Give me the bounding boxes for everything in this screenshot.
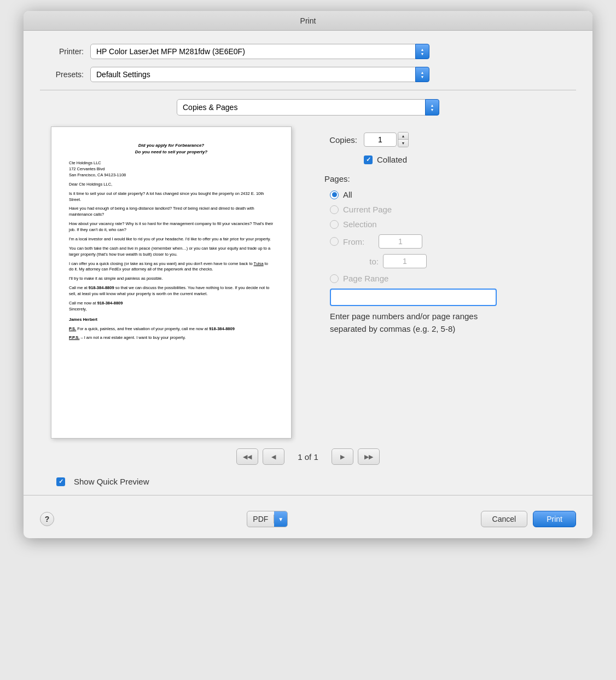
- radio-all-row: All: [330, 190, 565, 199]
- dialog-content: Printer: HP Color LaserJet MFP M281fdw (…: [24, 31, 592, 495]
- top-divider: [40, 90, 576, 90]
- show-preview-checkbox[interactable]: [56, 477, 65, 486]
- page-range-input[interactable]: [330, 289, 497, 306]
- radio-all-label: All: [343, 190, 352, 199]
- to-label: to:: [343, 257, 379, 266]
- preview-ps: P.S. For a quick, painless, and free val…: [69, 326, 274, 332]
- pdf-label: PDF: [247, 515, 274, 523]
- preview-signature: James Herbert: [69, 317, 274, 323]
- to-input[interactable]: [383, 254, 427, 268]
- window-title: Print: [300, 16, 316, 25]
- copies-increment[interactable]: ▲: [398, 132, 408, 140]
- help-button[interactable]: ?: [40, 512, 54, 526]
- radio-page-range[interactable]: [330, 274, 339, 283]
- section-select-wrap: Copies & Pages ▲ ▼: [177, 99, 439, 116]
- preview-p9: Call me now at 918-384-8809Sincerely,: [69, 301, 274, 313]
- pages-label: Pages:: [324, 174, 565, 183]
- copies-stepper: ▲ ▼: [398, 132, 409, 147]
- print-button[interactable]: Print: [533, 511, 576, 527]
- nav-next-button[interactable]: ▶: [332, 448, 353, 465]
- section-stepper[interactable]: ▲ ▼: [425, 99, 439, 116]
- cancel-button[interactable]: Cancel: [481, 511, 528, 527]
- radio-selection-row: Selection: [330, 220, 565, 229]
- preview-p1: Is it time to sell your out of state pro…: [69, 191, 274, 203]
- page-range-row: Page Range: [330, 274, 565, 283]
- from-input[interactable]: [379, 234, 422, 249]
- radio-current-page-row: Current Page: [330, 205, 565, 214]
- preview-p7: I'll try to make it as simple and painle…: [69, 276, 274, 282]
- bottom-bar: ? PDF ▼ Cancel Print: [24, 504, 592, 538]
- presets-row: Presets: Default Settings ▲ ▼: [40, 67, 576, 82]
- show-preview-label: Show Quick Preview: [74, 477, 149, 486]
- titlebar: Print: [24, 11, 592, 31]
- preview-area: Did you apply for Forbearance?Do you nee…: [51, 126, 303, 439]
- radio-current-page[interactable]: [330, 205, 339, 214]
- pdf-button[interactable]: PDF ▼: [247, 511, 288, 527]
- preview-pps: P.P.S. – I am not a real estate agent. I…: [69, 335, 274, 341]
- preview-p3: How about your vacancy rate? Why is it s…: [69, 221, 274, 233]
- printer-label: Printer:: [40, 47, 84, 56]
- presets-select[interactable]: Default Settings: [90, 67, 429, 82]
- preview-p8: Call me at 918-384-8809 so that we can d…: [69, 285, 274, 297]
- from-row: From:: [330, 234, 565, 249]
- copies-input-wrap: ▲ ▼: [364, 132, 409, 147]
- preview-p4: I'm a local investor and I would like to…: [69, 237, 274, 243]
- copies-label: Copies:: [319, 135, 357, 145]
- bottom-right-buttons: Cancel Print: [481, 511, 576, 527]
- nav-page-info: 1 of 1: [298, 452, 318, 462]
- nav-prev-button[interactable]: ◀: [263, 448, 284, 465]
- show-preview-row: Show Quick Preview: [40, 470, 576, 495]
- presets-label: Presets:: [40, 70, 84, 79]
- copies-input[interactable]: [364, 132, 397, 147]
- preview-p5: You can both take the cash and live in p…: [69, 246, 274, 258]
- print-dialog: Print Printer: HP Color LaserJet MFP M28…: [24, 11, 592, 538]
- preview-address: Cte Holdings LLC 172 Cervantes Blvd San …: [69, 160, 274, 178]
- from-to-section: From: to:: [330, 234, 565, 268]
- preview-p2: Have you had enough of being a long-dist…: [69, 206, 274, 218]
- pages-section: Pages: All Current Page Selection: [324, 174, 565, 335]
- radio-selection-label: Selection: [343, 220, 377, 229]
- radio-selection[interactable]: [330, 220, 339, 229]
- from-label: From:: [343, 237, 379, 246]
- nav-first-button[interactable]: ◀◀: [236, 448, 258, 465]
- main-area: Did you apply for Forbearance?Do you nee…: [40, 126, 576, 439]
- printer-row: Printer: HP Color LaserJet MFP M281fdw (…: [40, 44, 576, 59]
- preview-salutation: Dear Cte Holdings LLC,: [69, 182, 274, 188]
- preview-heading1: Did you apply for Forbearance?Do you nee…: [69, 142, 274, 155]
- nav-bar: ◀◀ ◀ 1 of 1 ▶ ▶▶: [40, 439, 576, 470]
- to-row: to:: [343, 254, 565, 268]
- bottom-divider: [24, 495, 592, 495]
- collated-checkbox[interactable]: [364, 155, 373, 164]
- section-selector-row: Copies & Pages ▲ ▼: [40, 99, 576, 116]
- collated-label: Collated: [377, 155, 407, 164]
- collated-row: Collated: [364, 155, 565, 164]
- page-range-label: Page Range: [343, 274, 388, 283]
- presets-stepper[interactable]: ▲ ▼: [415, 67, 429, 82]
- page-range-hint: Enter page numbers and/or page ranges se…: [330, 310, 497, 335]
- printer-select-container: HP Color LaserJet MFP M281fdw (3E6E0F) ▲…: [90, 44, 429, 59]
- radio-from[interactable]: [330, 237, 339, 246]
- copies-decrement[interactable]: ▼: [398, 140, 408, 147]
- presets-select-container: Default Settings ▲ ▼: [90, 67, 429, 82]
- nav-last-button[interactable]: ▶▶: [358, 448, 380, 465]
- section-select[interactable]: Copies & Pages: [177, 99, 439, 116]
- radio-all[interactable]: [330, 191, 339, 199]
- printer-stepper[interactable]: ▲ ▼: [415, 44, 429, 59]
- settings-panel: Copies: ▲ ▼ Collated Pag: [319, 126, 565, 439]
- page-preview: Did you apply for Forbearance?Do you nee…: [51, 126, 292, 439]
- preview-p6: I can offer you a quick closing (or take…: [69, 261, 274, 273]
- copies-row: Copies: ▲ ▼: [319, 132, 565, 147]
- pdf-arrow-icon: ▼: [274, 511, 287, 527]
- printer-select[interactable]: HP Color LaserJet MFP M281fdw (3E6E0F): [90, 44, 429, 59]
- radio-current-page-label: Current Page: [343, 205, 392, 214]
